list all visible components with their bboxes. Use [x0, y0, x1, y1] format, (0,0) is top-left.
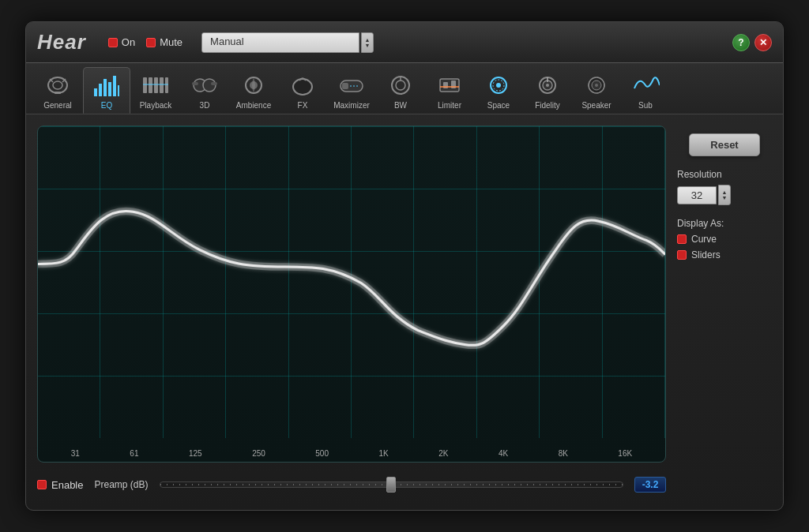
eq-freq-labels: 31 61 125 250 500 1K 2K 4K 8K 16K: [38, 449, 665, 458]
preset-dropdown[interactable]: Manual ▲ ▼: [201, 32, 374, 53]
svg-rect-20: [211, 82, 217, 85]
tab-3d-label: 3D: [200, 101, 210, 110]
tab-limiter-label: Limiter: [438, 101, 461, 110]
preamp-thumb[interactable]: [386, 477, 396, 493]
curve-indicator: [677, 234, 687, 244]
freq-250: 250: [252, 449, 265, 458]
tab-bw-label: BW: [394, 101, 407, 110]
on-toggle[interactable]: On: [108, 36, 135, 48]
header-right: ? ✕: [732, 34, 772, 51]
tab-eq-label: EQ: [101, 101, 112, 110]
preset-select[interactable]: Manual: [201, 32, 359, 53]
preset-arrows[interactable]: ▲ ▼: [361, 32, 374, 53]
sliders-option[interactable]: Sliders: [677, 249, 772, 260]
tab-space-label: Space: [487, 101, 510, 110]
curve-label: Curve: [691, 234, 717, 245]
tab-bar: General EQ: [26, 63, 783, 114]
tab-maximizer-label: Maximizer: [333, 101, 370, 110]
resolution-label: Resolution: [677, 169, 772, 180]
resolution-section: Resolution 32 ▲ ▼: [677, 169, 772, 205]
display-as-section: Display As: Curve Sliders: [677, 218, 772, 260]
svg-rect-31: [440, 79, 459, 92]
svg-rect-8: [108, 82, 111, 96]
mute-indicator: [146, 38, 156, 47]
tab-fx[interactable]: FX: [279, 68, 326, 113]
enable-indicator: [37, 480, 47, 489]
display-as-label: Display As:: [677, 218, 772, 229]
sliders-label: Sliders: [691, 249, 721, 260]
svg-point-1: [53, 81, 62, 89]
preamp-label: Preamp (dB): [94, 479, 148, 490]
tab-fx-label: FX: [298, 101, 308, 110]
svg-rect-9: [113, 76, 116, 96]
svg-rect-32: [443, 82, 448, 88]
tab-3d[interactable]: 3D: [181, 68, 228, 113]
on-label: On: [122, 36, 135, 48]
mute-label: Mute: [160, 36, 182, 48]
freq-500: 500: [315, 449, 329, 458]
svg-point-44: [595, 84, 598, 87]
resolution-value: 32: [677, 186, 717, 204]
app-window: Hear On Mute Manual ▲ ▼ ? ✕: [25, 21, 784, 511]
freq-31: 31: [71, 449, 80, 458]
freq-16k: 16K: [618, 449, 632, 458]
svg-rect-19: [192, 82, 198, 85]
header: Hear On Mute Manual ▲ ▼ ? ✕: [26, 22, 783, 63]
resolution-arrows[interactable]: ▲ ▼: [718, 185, 731, 205]
tab-general-label: General: [43, 101, 72, 110]
on-indicator: [108, 38, 118, 47]
tab-maximizer[interactable]: Maximizer: [328, 68, 375, 113]
tab-fidelity[interactable]: Fidelity: [524, 68, 571, 113]
freq-8k: 8K: [559, 449, 568, 458]
eq-bottom: Enable Preamp (dB) -3.2: [37, 470, 666, 499]
main-content: 31 61 125 250 500 1K 2K 4K 8K 16K Enable: [26, 114, 783, 510]
svg-rect-7: [103, 79, 107, 96]
tab-sub[interactable]: Sub: [622, 68, 669, 113]
enable-toggle[interactable]: Enable: [37, 479, 83, 491]
svg-rect-16: [143, 84, 168, 85]
freq-1k: 1K: [378, 449, 388, 458]
eq-graph[interactable]: 31 61 125 250 500 1K 2K 4K 8K 16K: [37, 126, 666, 463]
freq-4k: 4K: [499, 449, 508, 458]
header-controls: On Mute Manual ▲ ▼: [108, 32, 374, 53]
tab-playback-label: Playback: [140, 101, 172, 110]
app-title: Hear: [37, 30, 86, 54]
curve-option[interactable]: Curve: [677, 234, 772, 245]
svg-point-23: [293, 79, 312, 95]
tab-bw[interactable]: BW: [377, 68, 424, 113]
tab-general[interactable]: General: [34, 68, 81, 113]
svg-point-36: [496, 83, 501, 88]
tab-fidelity-label: Fidelity: [535, 101, 560, 110]
tab-speaker-label: Speaker: [581, 101, 611, 110]
tab-ambience-label: Ambience: [236, 101, 271, 110]
tab-limiter[interactable]: Limiter: [426, 68, 473, 113]
svg-rect-5: [94, 88, 97, 96]
svg-rect-27: [342, 83, 348, 89]
enable-label: Enable: [51, 479, 83, 491]
svg-rect-10: [118, 85, 119, 96]
tab-sub-label: Sub: [638, 101, 653, 110]
freq-2k: 2K: [438, 449, 448, 458]
sliders-indicator: [677, 250, 687, 260]
eq-section: 31 61 125 250 500 1K 2K 4K 8K 16K Enable: [37, 126, 666, 499]
preamp-slider[interactable]: [160, 481, 623, 488]
tab-ambience[interactable]: Ambience: [230, 68, 277, 113]
svg-point-29: [396, 81, 405, 90]
tab-eq[interactable]: EQ: [83, 67, 130, 114]
tab-speaker[interactable]: Speaker: [573, 68, 620, 113]
mute-toggle[interactable]: Mute: [146, 36, 182, 48]
freq-61: 61: [130, 449, 138, 458]
help-button[interactable]: ?: [732, 34, 750, 51]
resolution-control[interactable]: 32 ▲ ▼: [677, 185, 772, 205]
preamp-value: -3.2: [634, 477, 666, 493]
freq-125: 125: [189, 449, 202, 458]
reset-button[interactable]: Reset: [689, 133, 760, 156]
svg-point-40: [546, 84, 549, 87]
tab-playback[interactable]: Playback: [132, 68, 179, 113]
right-panel: Reset Resolution 32 ▲ ▼ Display As: Curv…: [677, 126, 772, 499]
tab-space[interactable]: Space: [475, 68, 522, 113]
close-button[interactable]: ✕: [754, 34, 772, 51]
svg-rect-4: [55, 92, 61, 94]
svg-rect-6: [99, 84, 102, 96]
